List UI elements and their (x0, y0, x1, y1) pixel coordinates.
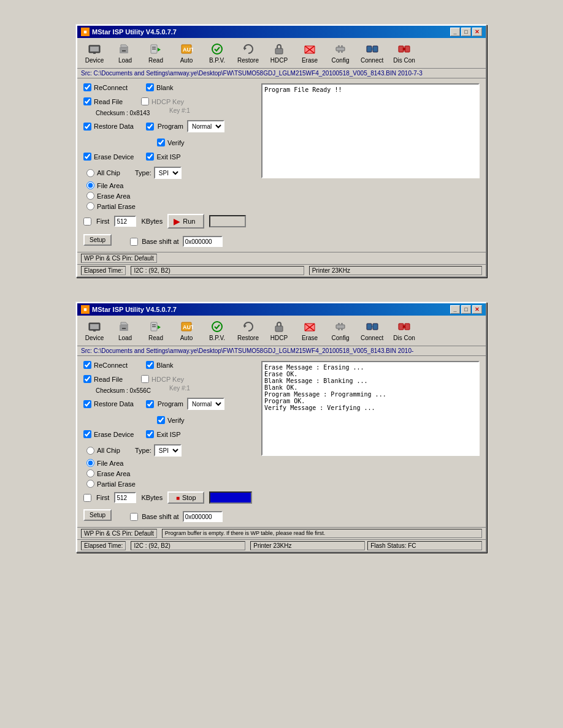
toolbar-config2[interactable]: Config (326, 317, 355, 344)
verify-row2: Verify (157, 416, 185, 424)
svg-rect-32 (93, 330, 96, 332)
toolbar1: Device Load Read AUTO Auto B.P.V. (77, 38, 486, 69)
svg-rect-44 (275, 326, 283, 332)
restore-checkbox2[interactable] (83, 400, 91, 408)
minimize-btn1[interactable]: _ (450, 28, 460, 36)
auto-icon2: AUTO (180, 320, 193, 333)
first-checkbox2[interactable] (83, 494, 91, 502)
readfile-checkbox2[interactable] (83, 375, 91, 383)
setup-button1[interactable]: Setup (83, 234, 112, 246)
blank-checkbox1[interactable] (146, 83, 154, 91)
svg-text:AUTO: AUTO (183, 324, 193, 330)
close-btn1[interactable]: ✕ (472, 28, 482, 36)
baseshift-input1[interactable] (183, 236, 223, 247)
hdcpkey-checkbox2[interactable] (141, 375, 149, 383)
toolbar-auto2[interactable]: AUTO Auto (172, 317, 201, 344)
hdcp-icon2 (272, 320, 286, 333)
svg-marker-34 (121, 322, 128, 325)
program-select1[interactable]: Normal (187, 120, 224, 132)
partialerase-radio1[interactable] (86, 202, 94, 210)
toolbar-read1[interactable]: Read (141, 40, 170, 66)
svg-text:AUTO: AUTO (183, 47, 193, 53)
statusbar2-bottom: Elapsed Time: I2C : (92, B2) Printer 23K… (77, 539, 486, 552)
toolbar-bpv2[interactable]: B.P.V. (202, 317, 232, 344)
first-checkbox1[interactable] (83, 218, 91, 226)
toolbar-read-label1: Read (148, 57, 163, 64)
toolbar-bpv-label2: B.P.V. (209, 335, 225, 341)
svg-marker-43 (244, 324, 247, 328)
toolbar-hdcp1[interactable]: HDCP (264, 40, 294, 66)
toolbar-load2[interactable]: Load (110, 317, 140, 344)
toolbar-erase2[interactable]: Erase (295, 317, 324, 344)
load-icon2 (118, 320, 132, 333)
hdcpkey-checkbox1[interactable] (141, 97, 149, 105)
discon-icon1 (397, 42, 411, 56)
reconnect-checkbox2[interactable] (83, 361, 91, 369)
toolbar-bpv1[interactable]: B.P.V. (202, 40, 232, 66)
svg-rect-57 (405, 324, 410, 330)
maximize-btn2[interactable]: □ (461, 305, 471, 314)
toolbar-discon1[interactable]: Dis Con (389, 40, 419, 66)
erase-device-checkbox1[interactable] (83, 153, 91, 161)
restore-checkbox1[interactable] (83, 123, 91, 131)
toolbar-hdcp2[interactable]: HDCP (264, 317, 294, 344)
erasearea-radio1[interactable] (86, 192, 94, 200)
blank-checkbox2[interactable] (146, 361, 154, 369)
titlebar2: ■ MStar ISP Utility V4.5.0.7.7 _ □ ✕ (77, 303, 486, 316)
exit-isp-checkbox1[interactable] (146, 153, 154, 161)
maximize-btn1[interactable]: □ (461, 28, 471, 36)
baseshift-input2[interactable] (183, 511, 223, 522)
type-select2[interactable]: SPI (154, 444, 182, 457)
flash-status2: Flash Status: FC (367, 541, 482, 550)
readfile-checkbox1[interactable] (83, 97, 91, 105)
toolbar-discon2[interactable]: Dis Con (389, 317, 419, 344)
first-input1[interactable] (114, 216, 136, 227)
program-select2[interactable]: Normal (187, 398, 224, 410)
filearea-radio2[interactable] (86, 459, 94, 467)
partialerase-radio2[interactable] (86, 480, 94, 488)
reconnect-checkbox1[interactable] (83, 83, 91, 91)
verify-checkbox1[interactable] (157, 138, 165, 146)
baseshift-checkbox1[interactable] (130, 238, 138, 246)
toolbar-load1[interactable]: Load (110, 40, 140, 66)
close-btn2[interactable]: ✕ (472, 305, 482, 314)
toolbar-auto1[interactable]: AUTO Auto (172, 40, 201, 66)
toolbar-restore1[interactable]: Restore (233, 40, 263, 66)
toolbar-device2[interactable]: Device (80, 317, 109, 344)
erasearea-radio2[interactable] (86, 469, 94, 477)
allchip-radio2[interactable] (86, 447, 94, 455)
discon-icon2 (397, 320, 411, 333)
program-checkbox1[interactable] (146, 123, 154, 131)
program-checkbox2[interactable] (146, 400, 154, 408)
key-row2: Key #:1 (169, 385, 255, 392)
erase-device-checkbox2[interactable] (83, 430, 91, 438)
stop-button2[interactable]: ■ Stop (167, 491, 204, 504)
setup-button2[interactable]: Setup (83, 509, 112, 521)
toolbar-bpv-label1: B.P.V. (209, 57, 225, 64)
minimize-btn2[interactable]: _ (450, 305, 460, 314)
filearea-radio1[interactable] (86, 181, 94, 189)
toolbar-connect2[interactable]: Connect (356, 317, 388, 344)
right-panel2 (261, 361, 480, 522)
toolbar-restore2[interactable]: Restore (233, 317, 263, 344)
toolbar-connect1[interactable]: Connect (356, 40, 388, 66)
toolbar-erase1[interactable]: Erase (295, 40, 324, 66)
app-icon1: ■ (81, 28, 90, 36)
baseshift-checkbox2[interactable] (130, 513, 138, 521)
log-area1 (261, 83, 480, 178)
type-select1[interactable]: SPI (154, 167, 182, 179)
verify-checkbox2[interactable] (157, 416, 165, 424)
toolbar-read2[interactable]: Read (141, 317, 170, 344)
run-button1[interactable]: ▶ Run (167, 214, 204, 229)
toolbar-device1[interactable]: Device (80, 40, 109, 66)
exit-isp-checkbox2[interactable] (146, 430, 154, 438)
blank-row1: Blank (146, 83, 174, 91)
hdcp-icon1 (272, 42, 286, 56)
toolbar-config1[interactable]: Config (326, 40, 355, 66)
svg-rect-20 (341, 45, 343, 48)
svg-rect-49 (338, 323, 340, 325)
first-input2[interactable] (114, 492, 136, 503)
erase-device-label2: Erase Device (94, 431, 134, 438)
allchip-radio1[interactable] (86, 169, 94, 177)
titlebar-buttons1: _ □ ✕ (450, 28, 482, 36)
